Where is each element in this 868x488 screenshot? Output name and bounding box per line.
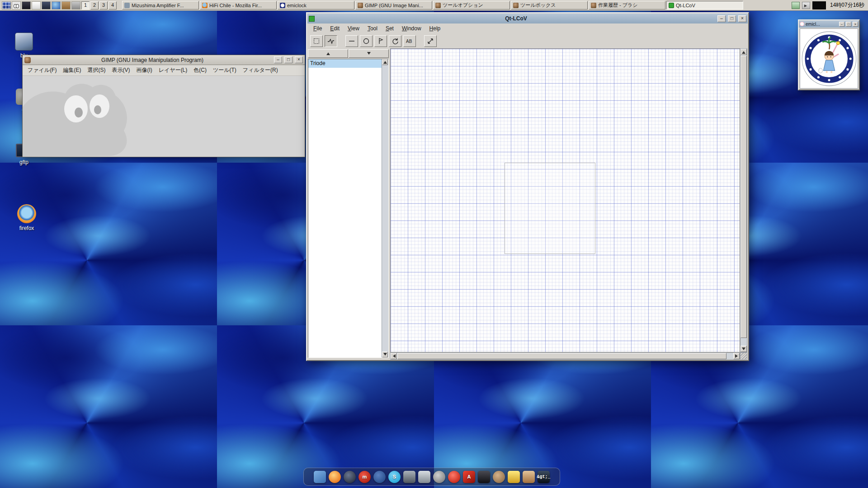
gimp-empty-canvas[interactable] [23, 76, 305, 157]
qt-menu-edit[interactable]: Edit [326, 24, 344, 33]
task-button-hifi-chile[interactable]: HiFi Chile - Mozilla Fir... [200, 1, 277, 9]
dock-icon-acrobat[interactable]: A [463, 471, 475, 483]
qtlcov-maximize-button[interactable]: □ [728, 15, 736, 22]
rotate-tool-button[interactable] [389, 35, 401, 47]
eyes-icon[interactable] [12, 1, 21, 9]
list-scroll-up-button[interactable] [382, 59, 388, 65]
qtlcov-close-button[interactable]: × [738, 15, 746, 22]
dock-icon-package[interactable] [523, 471, 535, 483]
signal-tool-button[interactable] [325, 35, 337, 47]
keys-icon[interactable] [71, 1, 80, 9]
dock-icon-contacts[interactable] [433, 471, 445, 483]
dock-icon-terminal[interactable]: &gt;_ [538, 471, 550, 483]
dock-icon-media-player[interactable] [448, 471, 460, 483]
wilber-icon [435, 3, 441, 8]
gimp-menu-file[interactable]: ファイル(F) [24, 65, 60, 75]
dock-icon-file-manager[interactable] [314, 471, 326, 483]
gimp-menu-filters[interactable]: フィルター(R) [240, 65, 281, 75]
gimp-maximize-button[interactable]: □ [284, 56, 292, 63]
list-scrollbar[interactable] [382, 59, 388, 357]
qt-menu-file[interactable]: File [309, 24, 326, 33]
vertical-scrollbar[interactable] [740, 48, 747, 352]
task-button-brush-history[interactable]: 作業履歴 - ブラシ [589, 1, 665, 9]
resize-grip[interactable] [740, 352, 747, 360]
qtlcov-minimize-button[interactable]: – [717, 15, 726, 22]
editor-icon[interactable] [32, 1, 41, 9]
gimp-titlebar[interactable]: GIMP (GNU Image Manipulation Program) – … [23, 55, 305, 65]
dock-icon-graphics[interactable] [493, 471, 505, 483]
circle-tool-button[interactable] [360, 35, 373, 47]
emiclock-titlebar[interactable]: emicl... – □ × [799, 20, 859, 28]
list-scroll-down-button[interactable] [382, 352, 388, 357]
mail-icon[interactable] [61, 1, 71, 9]
flag-tool-button[interactable] [374, 35, 387, 47]
gimp-menu-layer[interactable]: レイヤー(L) [156, 65, 191, 75]
task-button-emiclock[interactable]: emiclock [278, 1, 354, 9]
flag-icon [377, 38, 384, 45]
gimp-menu-select[interactable]: 選択(S) [84, 65, 108, 75]
task-button-qt-lcov[interactable]: Qt-LCoV [666, 1, 743, 9]
gimp-minimize-button[interactable]: – [274, 56, 282, 63]
dock-icon-thunderbird[interactable] [373, 471, 386, 483]
emiclock-minimize-button[interactable]: – [839, 22, 844, 27]
gimp-menu-colors[interactable]: 色(C) [190, 65, 210, 75]
text-tool-button[interactable]: AB [403, 35, 416, 47]
component-list[interactable]: Triode [308, 59, 389, 358]
dock-icon-mozilla[interactable]: m [359, 471, 371, 483]
qt-menu-view[interactable]: View [344, 24, 363, 33]
qt-menu-window[interactable]: Window [398, 24, 425, 33]
volume-icon[interactable] [802, 2, 810, 9]
wilber-icon [358, 3, 363, 8]
emiclock-close-button[interactable]: × [853, 22, 858, 27]
task-button-toolbox[interactable]: ツールボックス [511, 1, 588, 9]
select-tool-button[interactable] [310, 35, 323, 47]
qt-menu-tool[interactable]: Tool [363, 24, 382, 33]
qt-menu-set[interactable]: Set [382, 24, 398, 33]
qtlcov-titlebar[interactable]: Qt-LCoV – □ × [307, 14, 748, 23]
list-item-triode[interactable]: Triode [308, 59, 382, 68]
dock-icon-web-globe[interactable] [344, 471, 356, 483]
network-monitor-icon[interactable] [792, 2, 800, 9]
dock-icon-display[interactable] [418, 471, 430, 483]
gimp-menu-tools[interactable]: ツール(T) [210, 65, 240, 75]
dock-icon-notes[interactable] [508, 471, 520, 483]
scroll-left-button[interactable] [391, 353, 397, 359]
dock-icon-ink[interactable] [478, 471, 490, 483]
horizontal-scroll-thumb[interactable] [397, 353, 726, 359]
line-tool-button[interactable] [345, 35, 358, 47]
workspace-button-3[interactable]: 3 [99, 1, 108, 9]
gimp-close-button[interactable]: × [295, 56, 303, 63]
gimp-menu-edit[interactable]: 編集(E) [60, 65, 84, 75]
workspace-button-4[interactable]: 4 [108, 1, 117, 9]
move-down-button[interactable] [349, 49, 389, 58]
gimp-menu-view[interactable]: 表示(V) [108, 65, 133, 75]
qt-menu-help[interactable]: Help [425, 24, 445, 33]
start-menu-icon[interactable] [2, 1, 11, 9]
desktop-icon-firefox[interactable]: firefox [11, 204, 42, 231]
task-button-mizushima[interactable]: Mizushima Amplifier F... [122, 1, 199, 9]
scroll-up-button[interactable] [741, 49, 747, 55]
emiclock-window-title: emicl... [806, 22, 838, 27]
scroll-right-button[interactable] [733, 353, 740, 359]
workspace-button-2[interactable]: 2 [90, 1, 99, 9]
scroll-down-button[interactable] [741, 346, 747, 352]
tray-window-preview[interactable] [812, 1, 826, 9]
expand-tool-button[interactable] [424, 35, 437, 47]
browser-icon[interactable] [52, 1, 61, 9]
dock-icon-skype[interactable]: S [388, 471, 401, 483]
terminal-icon[interactable] [22, 1, 31, 9]
circle-icon [363, 38, 370, 45]
vertical-scroll-thumb[interactable] [741, 56, 747, 338]
move-up-button[interactable] [308, 49, 348, 58]
task-button-gimp[interactable]: GIMP (GNU Image Mani... [355, 1, 432, 9]
wilber-icon [591, 3, 596, 8]
task-button-tool-options[interactable]: ツールオプション [433, 1, 510, 9]
display-icon[interactable] [42, 1, 51, 9]
dock-icon-video-editor[interactable] [403, 471, 415, 483]
emiclock-maximize-button[interactable]: □ [846, 22, 851, 27]
schematic-canvas[interactable] [390, 48, 740, 352]
workspace-button-1[interactable]: 1 [81, 1, 90, 9]
dock-icon-firefox[interactable] [329, 471, 341, 483]
horizontal-scrollbar[interactable] [390, 352, 740, 360]
gimp-menu-image[interactable]: 画像(I) [133, 65, 155, 75]
